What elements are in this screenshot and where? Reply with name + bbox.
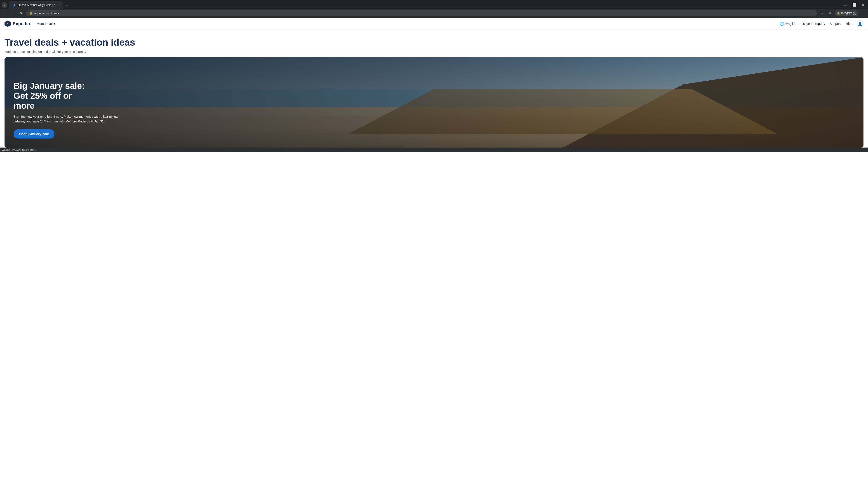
nav-right-links: 🌐 English List your property Support Tri… bbox=[780, 20, 864, 27]
back-button[interactable]: ← bbox=[2, 10, 8, 16]
close-window-button[interactable]: ✕ bbox=[862, 3, 864, 7]
website-content: ✈ Expedia More travel ▾ 🌐 English List y… bbox=[0, 18, 868, 148]
trips-link[interactable]: Trips bbox=[845, 22, 852, 26]
user-account-button[interactable]: 👤 bbox=[857, 20, 864, 27]
language-selector[interactable]: 🌐 English bbox=[780, 22, 796, 26]
status-text: Waiting for www.expedia.com... bbox=[2, 149, 36, 151]
banner-heading: Big January sale:Get 25% off ormore bbox=[13, 81, 122, 111]
new-tab-button[interactable]: + bbox=[64, 2, 70, 8]
banner-body: Start the new year on a bright note. Mak… bbox=[13, 114, 122, 124]
more-options-button[interactable]: ⋮ bbox=[860, 10, 866, 16]
browser-chrome: ▾ Expedia Member Only Deals | 2 ✕ + — ⬜ … bbox=[0, 0, 868, 18]
incognito-icon: 🕵 bbox=[837, 11, 840, 15]
banner-overlay bbox=[4, 57, 864, 148]
status-bar: Waiting for www.expedia.com... bbox=[0, 148, 868, 152]
more-travel-button[interactable]: More travel ▾ bbox=[35, 21, 57, 27]
lock-icon: 🔒 bbox=[29, 12, 33, 15]
expedia-logo-text: Expedia bbox=[13, 21, 30, 26]
tab-strip: Expedia Member Only Deals | 2 ✕ + bbox=[9, 1, 842, 8]
incognito-indicator[interactable]: 🕵 Incognito (2) bbox=[835, 10, 858, 16]
page-hero-text: Travel deals + vacation ideas Made to Tr… bbox=[0, 30, 868, 57]
trips-label: Trips bbox=[845, 22, 852, 26]
site-navigation: ✈ Expedia More travel ▾ 🌐 English List y… bbox=[0, 18, 868, 30]
list-property-link[interactable]: List your property bbox=[801, 22, 825, 26]
url-text: expedia.com/deals bbox=[34, 11, 814, 15]
tab-menu-button[interactable]: ▾ bbox=[2, 2, 7, 8]
dropdown-icon: ▾ bbox=[54, 22, 55, 26]
banner-content: Big January sale:Get 25% off ormore Star… bbox=[13, 81, 122, 138]
tab-favicon bbox=[12, 3, 15, 6]
more-travel-label: More travel bbox=[37, 22, 53, 26]
shop-january-sale-button[interactable]: Shop January sale bbox=[13, 129, 55, 138]
page-title: Travel deals + vacation ideas bbox=[4, 37, 864, 48]
list-property-label: List your property bbox=[801, 22, 825, 26]
minimize-button[interactable]: — bbox=[843, 3, 847, 7]
page-subtitle: Made to Travel: Inspiration and deals fo… bbox=[4, 50, 864, 54]
title-bar: ▾ Expedia Member Only Deals | 2 ✕ + — ⬜ … bbox=[0, 0, 868, 8]
active-tab[interactable]: Expedia Member Only Deals | 2 ✕ bbox=[9, 1, 63, 8]
expedia-logo-icon: ✈ bbox=[4, 21, 11, 27]
incognito-label: Incognito (2) bbox=[841, 11, 856, 15]
support-label: Support bbox=[830, 22, 841, 26]
globe-icon: 🌐 bbox=[780, 22, 784, 26]
tab-title: Expedia Member Only Deals | 2 bbox=[17, 3, 55, 6]
promo-banner: Big January sale:Get 25% off ormore Star… bbox=[4, 57, 864, 148]
split-view-button[interactable]: ⧉ bbox=[827, 10, 833, 16]
restore-button[interactable]: ⬜ bbox=[852, 3, 856, 7]
window-controls: — ⬜ ✕ bbox=[843, 3, 864, 7]
bookmark-button[interactable]: ☆ bbox=[819, 10, 825, 16]
tab-close-button[interactable]: ✕ bbox=[57, 3, 60, 7]
address-field[interactable]: 🔒 expedia.com/deals bbox=[26, 10, 817, 16]
user-avatar-icon: 👤 bbox=[858, 22, 862, 26]
address-bar-row: ← → ✕ 🔒 expedia.com/deals ☆ ⧉ 🕵 Incognit… bbox=[0, 8, 868, 18]
language-label: English bbox=[786, 22, 796, 26]
support-link[interactable]: Support bbox=[830, 22, 841, 26]
logo-area[interactable]: ✈ Expedia bbox=[4, 21, 30, 27]
reload-button[interactable]: ✕ bbox=[18, 10, 24, 16]
forward-button[interactable]: → bbox=[10, 10, 16, 16]
